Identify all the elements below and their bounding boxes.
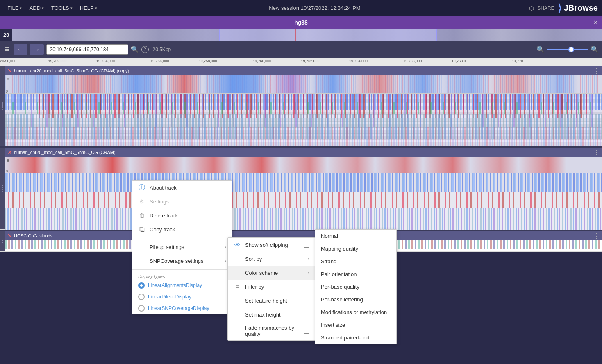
menu-add[interactable]: ADD ▾ <box>26 3 47 13</box>
ruler-label-9: 19,768,0... <box>452 59 469 63</box>
grip-dot <box>2 242 3 243</box>
track-1-scale-top: -8- <box>6 77 10 81</box>
ruler-label-3: 19,756,000 <box>150 59 169 63</box>
radio-linear-snpcov <box>138 305 145 312</box>
track-2-scale-top: -8- <box>6 158 10 163</box>
ruler: 20/50,000 19,752,000 19,754,000 19,756,0… <box>0 58 602 66</box>
assembly-close-button[interactable]: × <box>593 18 598 27</box>
color-scheme-stranded-paired-end[interactable]: Stranded paired-end <box>315 331 396 344</box>
sort-by-chevron-icon: › <box>308 256 309 261</box>
overview-bar <box>12 29 602 41</box>
fade-mismatches-checkbox[interactable] <box>304 328 309 334</box>
grip-dot <box>2 191 3 192</box>
assembly-header: hg38 × <box>0 16 602 29</box>
ruler-label-10: 19,770... <box>512 59 526 63</box>
navigate-left-button[interactable]: ← <box>14 44 27 55</box>
color-scheme-mapping-quality[interactable]: Mapping quality <box>315 242 396 255</box>
color-scheme-modifications[interactable]: Modifications or methylation <box>315 306 396 319</box>
grip-dot <box>2 104 3 106</box>
max-height-icon <box>234 311 241 318</box>
color-scheme-per-base-quality[interactable]: Per-base quality <box>315 280 396 293</box>
color-scheme-per-base-lettering[interactable]: Per-base lettering <box>315 293 396 306</box>
track-1-wrapper: ✕ human_chr20_mod_call_5mC_5hmC_CG (CRAM… <box>0 66 602 146</box>
track-3-options-button[interactable]: ⋮ <box>593 232 600 240</box>
navigate-right-button[interactable]: → <box>30 44 44 55</box>
track-2-options-button[interactable]: ⋮ <box>593 149 600 156</box>
menu-file[interactable]: FILE ▾ <box>4 3 25 13</box>
overview-area: 20 <box>0 29 602 41</box>
menu-item-color-scheme[interactable]: Color scheme › <box>228 266 315 280</box>
color-scheme-pair-orientation[interactable]: Pair orientation <box>315 268 396 280</box>
display-type-linear-snpcov[interactable]: LinearSNPCoverageDisplay <box>132 303 232 314</box>
menu-tools[interactable]: TOOLS ▾ <box>48 3 76 13</box>
feature-height-icon <box>234 297 241 304</box>
menu-item-sort-by[interactable]: Sort by › <box>228 252 315 266</box>
track-1-content: ✕ human_chr20_mod_call_5mC_5hmC_CG (CRAM… <box>5 66 602 146</box>
grip-dot <box>2 187 3 188</box>
ruler-label-8: 19,766,000 <box>403 59 422 63</box>
track-1-grip[interactable] <box>0 66 5 146</box>
track-1-reads <box>5 94 602 146</box>
selected-region <box>219 29 437 41</box>
tracks-container: ✕ human_chr20_mod_call_5mC_5hmC_CG (CRAM… <box>0 66 602 252</box>
location-input[interactable] <box>46 44 128 55</box>
track-1-coverage <box>5 75 602 94</box>
track-2-grip[interactable] <box>0 148 5 229</box>
track-1-options-button[interactable]: ⋮ <box>593 67 600 75</box>
menu-item-set-max-height[interactable]: Set max height <box>228 307 315 321</box>
track-1-close-button[interactable]: ✕ <box>7 68 12 74</box>
track-1-scale-zero: 0 <box>6 89 8 93</box>
track-3-grip[interactable] <box>0 231 5 251</box>
radio-linear-pileup <box>138 294 145 300</box>
menu-item-delete[interactable]: 🗑 Delete track <box>132 208 232 222</box>
context-menu-color-scheme: Normal Mapping quality Strand Pair orien… <box>315 229 397 344</box>
assembly-name: hg38 <box>294 19 308 26</box>
session-title: New session 10/27/2022, 12:34:24 PM <box>100 5 529 11</box>
menu-item-snpcov-settings[interactable]: SNPCoverage settings › <box>132 254 232 268</box>
sort-by-icon <box>234 255 241 262</box>
jbrowse-brand: ⟩ JBrowse <box>558 2 598 14</box>
menu-divider <box>132 238 232 238</box>
ruler-label-2: 19,754,000 <box>96 59 115 63</box>
share-button[interactable]: SHARE <box>537 5 554 11</box>
display-type-linear-pileup[interactable]: LinearPileupDisplay <box>132 291 232 303</box>
ruler-label-6: 19,762,000 <box>301 59 320 63</box>
zoom-slider[interactable] <box>547 49 588 50</box>
color-scheme-insert-size[interactable]: Insert size <box>315 319 396 331</box>
track-1-name-label: human_chr20_mod_call_5mC_5hmC_CG (CRAM) … <box>14 68 129 73</box>
grip-dot <box>2 185 3 186</box>
pileup-settings-icon <box>138 243 145 251</box>
menu-item-settings: ⚙ Settings <box>132 194 232 208</box>
menu-item-show-soft-clip[interactable]: 👁 Show soft clipping <box>228 238 315 252</box>
menu-divider-2 <box>132 269 232 270</box>
nav-bar: ≡ ← → 🔍 ? 20.5Kbp 🔍 🔍 <box>0 41 602 58</box>
zoom-out-icon[interactable]: 🔍 <box>536 45 545 53</box>
menu-item-filter-by[interactable]: ≡ Filter by <box>228 280 315 294</box>
menu-item-set-feature-height[interactable]: Set feature height <box>228 294 315 307</box>
track-3-name-label: UCSC CpG islands <box>14 233 52 238</box>
zoom-in-icon[interactable]: 🔍 <box>591 45 599 53</box>
track-3-close-button[interactable]: ✕ <box>7 233 12 239</box>
topbar-menus: FILE ▾ ADD ▾ TOOLS ▾ HELP ▾ <box>4 3 100 13</box>
color-scheme-normal[interactable]: Normal <box>315 230 396 242</box>
copy-icon: ⧉ <box>138 226 145 233</box>
menu-item-pileup-settings[interactable]: Pileup settings › <box>132 240 232 254</box>
track-2-close-button[interactable]: ✕ <box>7 149 12 155</box>
ruler-label-4: 19,758,000 <box>199 59 217 63</box>
display-type-linear-alignments[interactable]: LinearAlignmentsDisplay <box>132 280 232 291</box>
soft-clip-checkbox[interactable] <box>304 242 309 248</box>
hamburger-menu-button[interactable]: ≡ <box>3 44 11 54</box>
menu-item-fade-mismatches[interactable]: Fade mismatches by quality <box>228 321 315 340</box>
topbar: FILE ▾ ADD ▾ TOOLS ▾ HELP ▾ New session … <box>0 0 602 16</box>
file-dropdown-arrow: ▾ <box>20 6 22 10</box>
search-button[interactable]: 🔍 <box>131 45 139 53</box>
tools-dropdown-arrow: ▾ <box>70 6 73 10</box>
menu-item-copy[interactable]: ⧉ Copy track <box>132 222 232 236</box>
color-scheme-chevron-icon: › <box>308 270 309 275</box>
color-scheme-strand[interactable]: Strand <box>315 255 396 268</box>
grip-dot <box>2 240 3 241</box>
help-button[interactable]: ? <box>141 46 149 53</box>
menu-item-about[interactable]: ⓘ About track <box>132 181 232 194</box>
menu-help[interactable]: HELP ▾ <box>77 3 100 13</box>
snpcov-chevron-icon: › <box>225 258 226 263</box>
